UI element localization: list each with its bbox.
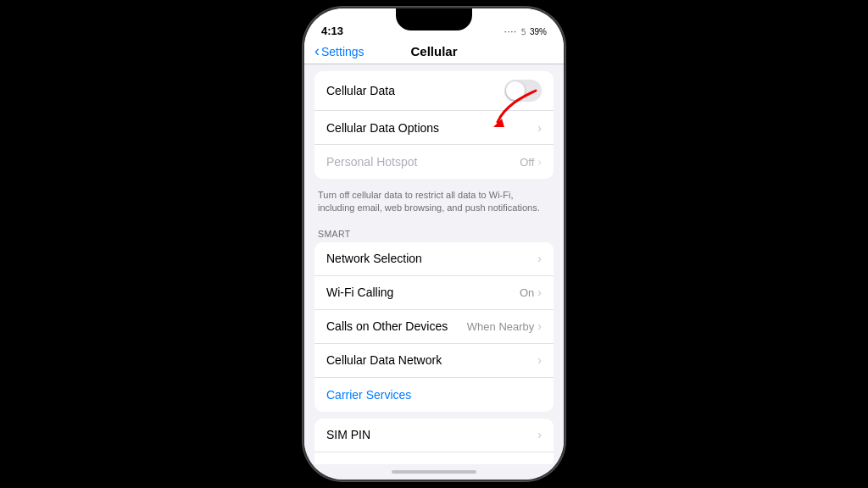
wifi-icon: 𝟻: [520, 26, 526, 37]
wifi-calling-right: On ›: [520, 286, 542, 299]
calls-other-devices-label: Calls on Other Devices: [326, 319, 448, 333]
calls-other-devices-right: When Nearby ›: [467, 319, 542, 333]
cellular-data-group: Cellular Data Cellular Data Options › Pe…: [314, 71, 554, 179]
chevron-icon: ›: [537, 121, 542, 135]
calls-other-devices-item[interactable]: Calls on Other Devices When Nearby ›: [314, 310, 554, 344]
personal-hotspot-right: Off ›: [520, 155, 542, 169]
sim-pin-right: ›: [537, 428, 542, 441]
cellular-data-options-label: Cellular Data Options: [326, 121, 439, 135]
cellular-data-network-label: Cellular Data Network: [326, 353, 442, 367]
chevron-icon: ›: [537, 428, 542, 441]
battery-icon: 39%: [530, 27, 547, 36]
toggle-knob: [506, 81, 525, 100]
cellular-data-network-right: ›: [537, 353, 542, 367]
back-button[interactable]: ‹ Settings: [314, 44, 364, 58]
smart-section-label: SMART: [304, 220, 564, 242]
chevron-icon: ›: [537, 252, 542, 265]
phone-notch: [396, 8, 472, 30]
status-icons: ···· 𝟻 39%: [504, 26, 547, 37]
phone-screen: 4:13 ···· 𝟻 39% ‹ Settings Cellular Cell…: [304, 8, 564, 480]
network-selection-item[interactable]: Network Selection ›: [314, 242, 554, 276]
page-title: Cellular: [410, 44, 457, 58]
wifi-calling-item[interactable]: Wi-Fi Calling On ›: [314, 276, 554, 310]
sim-pin-item[interactable]: SIM PIN ›: [314, 419, 554, 452]
network-selection-right: ›: [537, 252, 542, 265]
status-time: 4:13: [321, 25, 343, 37]
smart-group: Network Selection › Wi-Fi Calling On ›: [314, 242, 554, 412]
home-indicator: [304, 464, 564, 480]
nav-bar: ‹ Settings Cellular: [304, 41, 564, 64]
section-sim: SIM PIN › SIM Applications ›: [304, 419, 564, 464]
wifi-calling-label: Wi-Fi Calling: [326, 286, 393, 299]
cellular-data-options-item[interactable]: Cellular Data Options ›: [314, 111, 554, 145]
calls-other-devices-value: When Nearby: [467, 320, 534, 333]
section-smart: SMART Network Selection › Wi-Fi Calling …: [304, 220, 564, 412]
settings-content[interactable]: Cellular Data Cellular Data Options › Pe…: [304, 64, 564, 464]
section-cellular-data: Cellular Data Cellular Data Options › Pe…: [304, 71, 564, 220]
personal-hotspot-item[interactable]: Personal Hotspot Off ›: [314, 145, 554, 179]
sim-pin-label: SIM PIN: [326, 428, 370, 441]
chevron-icon: ›: [537, 286, 542, 299]
personal-hotspot-label: Personal Hotspot: [326, 155, 417, 169]
network-selection-label: Network Selection: [326, 252, 422, 265]
home-bar: [392, 470, 476, 474]
chevron-icon: ›: [537, 353, 542, 367]
chevron-icon: ›: [537, 319, 542, 333]
cellular-data-options-right: ›: [537, 121, 542, 135]
back-label: Settings: [321, 45, 364, 58]
cellular-description: Turn off cellular data to restrict all d…: [304, 186, 564, 220]
back-chevron-icon: ‹: [314, 43, 320, 58]
phone-frame: 4:13 ···· 𝟻 39% ‹ Settings Cellular Cell…: [303, 7, 565, 481]
cellular-data-toggle[interactable]: [504, 80, 542, 102]
carrier-services-label: Carrier Services: [326, 388, 411, 402]
sim-applications-item[interactable]: SIM Applications ›: [314, 452, 554, 464]
sim-group: SIM PIN › SIM Applications ›: [314, 419, 554, 464]
wifi-calling-value: On: [520, 286, 534, 299]
cellular-data-item[interactable]: Cellular Data: [314, 71, 554, 111]
cellular-data-network-item[interactable]: Cellular Data Network ›: [314, 344, 554, 378]
personal-hotspot-value: Off: [520, 156, 534, 169]
signal-icon: ····: [504, 27, 517, 36]
cellular-data-label: Cellular Data: [326, 84, 395, 97]
chevron-icon: ›: [537, 155, 542, 169]
carrier-services-item[interactable]: Carrier Services: [314, 378, 554, 412]
